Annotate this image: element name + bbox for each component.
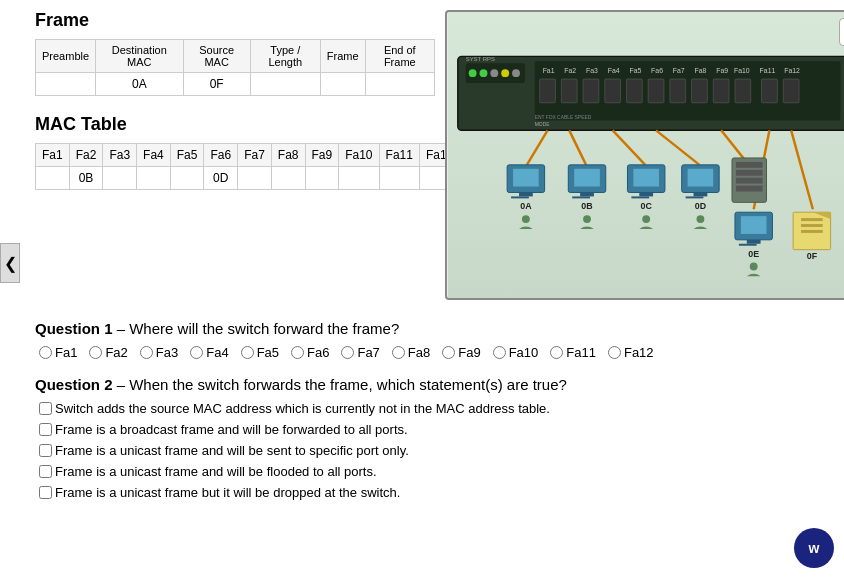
question1-block: Question 1 – Where will the switch forwa…	[35, 320, 844, 360]
question1-option[interactable]: Fa9	[442, 345, 480, 360]
question2-label: Question 2	[35, 376, 113, 393]
question2-option[interactable]: Switch adds the source MAC address which…	[39, 401, 844, 416]
question1-radio[interactable]	[442, 346, 455, 359]
svg-rect-70	[747, 240, 761, 244]
question1-radio[interactable]	[190, 346, 203, 359]
svg-text:Fa7: Fa7	[673, 67, 685, 74]
svg-text:ENT   FDX  CABLE SPEED: ENT FDX CABLE SPEED	[535, 115, 592, 120]
question2-checkbox[interactable]	[39, 444, 52, 457]
svg-rect-51	[572, 196, 590, 198]
svg-rect-26	[626, 79, 642, 103]
svg-rect-32	[762, 79, 778, 103]
question1-radio[interactable]	[608, 346, 621, 359]
frame-cell	[36, 73, 96, 96]
svg-rect-23	[561, 79, 577, 103]
mac-cell	[103, 167, 137, 190]
question1-radio[interactable]	[89, 346, 102, 359]
question1-option[interactable]: Fa3	[140, 345, 178, 360]
mac-col-header: Fa2	[69, 144, 103, 167]
svg-rect-33	[783, 79, 799, 103]
mac-cell: 0D	[204, 167, 238, 190]
svg-rect-44	[513, 169, 539, 187]
mac-col-header: Fa10	[339, 144, 379, 167]
svg-point-3	[469, 69, 477, 77]
frame-body: 0A0F	[36, 73, 435, 96]
svg-text:Fa11: Fa11	[760, 67, 776, 74]
svg-rect-56	[631, 196, 649, 198]
question2-title: Question 2 – When the switch forwards th…	[35, 376, 844, 393]
svg-point-82	[696, 215, 704, 223]
question1-option[interactable]: Fa7	[341, 345, 379, 360]
mac-col-header: Fa1	[36, 144, 70, 167]
svg-text:Fa8: Fa8	[695, 67, 707, 74]
frame-cell	[365, 73, 434, 96]
svg-text:0B: 0B	[581, 201, 592, 211]
svg-text:Fa6: Fa6	[651, 67, 663, 74]
svg-rect-66	[736, 178, 763, 184]
question2-option[interactable]: Frame is a unicast frame and will be flo…	[39, 464, 844, 479]
question1-options: Fa1Fa2Fa3Fa4Fa5Fa6Fa7Fa8Fa9Fa10Fa11Fa12	[39, 345, 844, 360]
svg-rect-74	[801, 218, 823, 221]
question1-option-label: Fa10	[509, 345, 539, 360]
svg-rect-59	[688, 169, 714, 187]
svg-rect-25	[605, 79, 621, 103]
question1-radio[interactable]	[39, 346, 52, 359]
question2-checkbox[interactable]	[39, 486, 52, 499]
mac-cell	[170, 167, 204, 190]
svg-rect-54	[633, 169, 659, 187]
question1-radio[interactable]	[550, 346, 563, 359]
mac-cell	[271, 167, 305, 190]
question2-block: Question 2 – When the switch forwards th…	[35, 376, 844, 500]
question1-option[interactable]: Fa11	[550, 345, 596, 360]
question1-option[interactable]: Fa4	[190, 345, 228, 360]
left-nav-arrow[interactable]: ❮	[0, 243, 20, 283]
question1-option-label: Fa1	[55, 345, 77, 360]
question1-radio[interactable]	[493, 346, 506, 359]
svg-text:MODE: MODE	[535, 122, 550, 127]
question2-checkbox[interactable]	[39, 402, 52, 415]
frame-title: Frame	[35, 10, 435, 31]
question2-option-label: Frame is a unicast frame and will be flo…	[55, 464, 377, 479]
mac-col-header: Fa6	[204, 144, 238, 167]
question1-radio[interactable]	[341, 346, 354, 359]
frame-cell	[320, 73, 365, 96]
svg-point-80	[583, 215, 591, 223]
question2-option[interactable]: Frame is a broadcast frame and will be f…	[39, 422, 844, 437]
question1-label: Question 1	[35, 320, 113, 337]
question2-checkbox[interactable]	[39, 465, 52, 478]
question1-option[interactable]: Fa10	[493, 345, 539, 360]
magnify-button[interactable]: 🔍	[839, 18, 844, 46]
left-arrow-icon: ❮	[4, 254, 17, 273]
question2-option[interactable]: Frame is a unicast frame but it will be …	[39, 485, 844, 500]
question1-option[interactable]: Fa8	[392, 345, 430, 360]
mac-header-row: Fa1Fa2Fa3Fa4Fa5Fa6Fa7Fa8Fa9Fa10Fa11Fa12	[36, 144, 460, 167]
svg-rect-45	[519, 192, 533, 196]
question1-radio[interactable]	[140, 346, 153, 359]
svg-text:Fa2: Fa2	[564, 67, 576, 74]
svg-rect-50	[580, 192, 594, 196]
svg-rect-22	[540, 79, 556, 103]
svg-text:0D: 0D	[695, 201, 707, 211]
question1-option[interactable]: Fa12	[608, 345, 654, 360]
question1-option[interactable]: Fa1	[39, 345, 77, 360]
svg-rect-46	[511, 196, 529, 198]
question2-checkbox[interactable]	[39, 423, 52, 436]
mac-col-header: Fa8	[271, 144, 305, 167]
question1-option-label: Fa9	[458, 345, 480, 360]
question1-radio[interactable]	[291, 346, 304, 359]
svg-rect-31	[735, 79, 751, 103]
mac-col-header: Fa9	[305, 144, 339, 167]
question2-option[interactable]: Frame is a unicast frame and will be sen…	[39, 443, 844, 458]
question2-option-label: Frame is a broadcast frame and will be f…	[55, 422, 408, 437]
svg-rect-71	[739, 244, 757, 246]
question1-option[interactable]: Fa5	[241, 345, 279, 360]
frame-row: 0A0F	[36, 73, 435, 96]
question1-option[interactable]: Fa2	[89, 345, 127, 360]
mac-body: 0B0D	[36, 167, 460, 190]
question1-option-label: Fa3	[156, 345, 178, 360]
question1-radio[interactable]	[241, 346, 254, 359]
question1-option[interactable]: Fa6	[291, 345, 329, 360]
question1-option-label: Fa5	[257, 345, 279, 360]
question1-radio[interactable]	[392, 346, 405, 359]
question1-option-label: Fa12	[624, 345, 654, 360]
